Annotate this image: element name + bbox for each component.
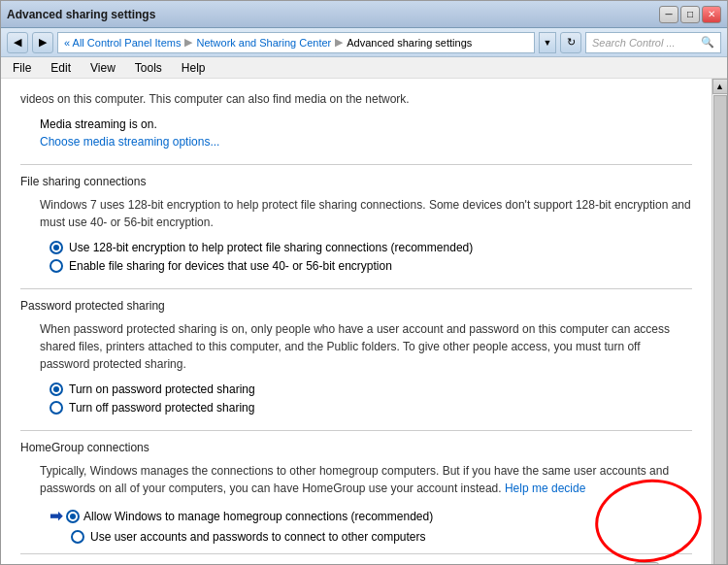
radio-password-off[interactable] [50,401,63,415]
title-bar: Advanced sharing settings ─ □ ✕ [1,1,727,28]
back-button[interactable]: ◀ [7,32,28,53]
address-dropdown-button[interactable]: ▼ [539,32,556,53]
breadcrumb-controlpanel[interactable]: « All Control Panel Items [64,37,181,49]
password-option-1-label: Turn on password protected sharing [69,382,255,396]
radio-homegroup-windows[interactable] [66,510,80,523]
close-button[interactable]: ✕ [702,6,721,23]
minimize-button[interactable]: ─ [659,6,678,23]
address-bar: ◀ ▶ « All Control Panel Items ▶ Network … [1,28,727,57]
homegroup-option-1-label: Allow Windows to manage homegroup connec… [83,510,433,523]
content-wrapper: videos on this computer. This computer c… [1,79,727,565]
homegroup-title: HomeGroup connections [20,441,692,454]
breadcrumb-current: Advanced sharing settings [347,37,472,49]
password-option-2[interactable]: Turn off password protected sharing [50,401,692,415]
radio-homegroup-user[interactable] [71,530,84,544]
title-bar-left: Advanced sharing settings [7,8,155,21]
menu-help[interactable]: Help [178,59,210,77]
window-title: Advanced sharing settings [7,8,155,21]
forward-button[interactable]: ▶ [32,32,53,53]
address-path: « All Control Panel Items ▶ Network and … [57,32,535,53]
main-content: videos on this computer. This computer c… [1,79,711,565]
refresh-button[interactable]: ↻ [560,32,581,53]
password-option-1[interactable]: Turn on password protected sharing [50,382,692,396]
divider-password [20,288,692,289]
radio-password-on[interactable] [50,382,63,396]
divider-file-sharing [20,164,692,165]
password-option-2-label: Turn off password protected sharing [69,401,254,415]
breadcrumb-sep-2: ▶ [335,36,343,49]
homegroup-desc: Typically, Windows manages the connectio… [40,462,692,497]
scroll-thumb[interactable] [713,95,727,565]
search-placeholder: Search Control ... [592,37,676,49]
title-bar-buttons: ─ □ ✕ [659,6,721,23]
divider-homegroup [20,430,692,431]
radio-40bit[interactable] [50,259,63,273]
homegroup-option-2-label: Use user accounts and passwords to conne… [90,530,426,544]
password-title: Password protected sharing [20,299,692,313]
top-note: videos on this computer. This computer c… [20,90,692,108]
file-sharing-title: File sharing connections [20,175,692,188]
menu-bar: File Edit View Tools Help [1,57,727,79]
homegroup-help-link[interactable]: Help me decide [505,482,585,495]
public-row: Public ▼ [20,553,692,565]
breadcrumb-network[interactable]: Network and Sharing Center [196,37,331,49]
file-sharing-option-2[interactable]: Enable file sharing for devices that use… [50,259,692,273]
menu-edit[interactable]: Edit [47,59,75,77]
homegroup-option-1[interactable]: ➡ Allow Windows to manage homegroup conn… [50,507,692,525]
menu-file[interactable]: File [9,59,35,77]
search-icon: 🔍 [701,36,714,49]
file-sharing-option-1-label: Use 128-bit encryption to help protect f… [69,241,473,254]
maximize-button[interactable]: □ [680,6,700,23]
file-sharing-options: Use 128-bit encryption to help protect f… [50,241,692,273]
search-box[interactable]: Search Control ... 🔍 [585,32,721,53]
file-sharing-option-1[interactable]: Use 128-bit encryption to help protect f… [50,241,692,254]
scrollbar[interactable]: ▲ ▼ [711,79,727,565]
password-options: Turn on password protected sharing Turn … [50,382,692,415]
media-streaming-link[interactable]: Choose media streaming options... [40,135,219,149]
media-streaming-status: Media streaming is on. [40,117,692,131]
homegroup-option-2[interactable]: Use user accounts and passwords to conne… [71,530,692,544]
password-desc: When password protected sharing is on, o… [40,320,692,373]
homegroup-options: ➡ Allow Windows to manage homegroup conn… [50,507,692,544]
breadcrumb-sep-1: ▶ [184,36,192,49]
file-sharing-desc: Windows 7 uses 128-bit encryption to hel… [40,196,692,231]
radio-128bit[interactable] [50,241,63,254]
arrow-indicator-icon: ➡ [50,507,62,525]
menu-tools[interactable]: Tools [131,59,166,77]
file-sharing-option-2-label: Enable file sharing for devices that use… [69,259,392,273]
scroll-up-button[interactable]: ▲ [712,79,728,94]
menu-view[interactable]: View [86,59,119,77]
